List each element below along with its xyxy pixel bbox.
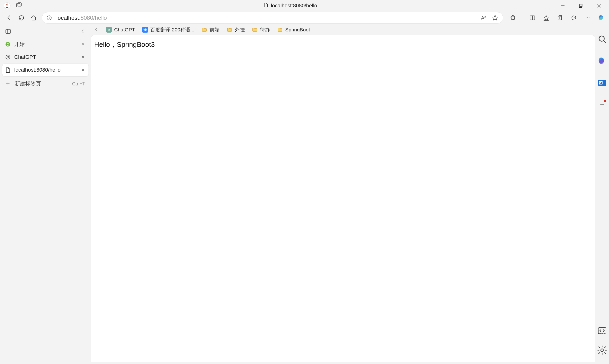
content-column: ChatGPT 译 百度翻译-200种语... 前端 外挂 待办 SpringB…: [91, 24, 595, 364]
extension-puzzle-icon[interactable]: [508, 13, 518, 23]
folder-icon: [252, 27, 258, 33]
body-row: 开始 ChatGPT localhost:8080/hello 新建标签页 Ct…: [0, 24, 609, 364]
folder-icon: [227, 27, 233, 33]
chatgpt-icon: [5, 54, 11, 60]
settings-gear-icon[interactable]: [597, 345, 607, 355]
favorite-label: 外挂: [235, 26, 245, 33]
svg-point-26: [6, 55, 10, 59]
close-tab-icon[interactable]: [80, 67, 86, 73]
copilot-icon[interactable]: [596, 13, 607, 23]
window-controls: [558, 1, 608, 10]
address-path: :8080/hello: [79, 14, 107, 21]
favorite-star-icon[interactable]: [492, 14, 499, 21]
favorites-bar: ChatGPT 译 百度翻译-200种语... 前端 外挂 待办 SpringB…: [91, 24, 595, 35]
favorite-springboot-folder[interactable]: SpringBoot: [274, 25, 313, 34]
svg-point-18: [586, 18, 586, 18]
favorites-bar-icon[interactable]: [541, 13, 551, 23]
add-side-app-icon[interactable]: [597, 99, 607, 110]
close-tab-icon[interactable]: [80, 54, 86, 60]
svg-point-23: [5, 42, 10, 47]
svg-line-34: [604, 41, 606, 43]
collapse-tabs-icon[interactable]: [78, 27, 87, 36]
chatgpt-favicon-icon: [106, 27, 112, 33]
svg-rect-3: [18, 3, 21, 6]
tab-label: localhost:8080/hello: [14, 67, 77, 73]
favorite-label: SpringBoot: [285, 27, 310, 33]
translate-favicon-icon: 译: [142, 27, 148, 33]
site-info-icon[interactable]: [46, 15, 52, 21]
favorite-label: 前端: [210, 26, 220, 33]
svg-rect-21: [6, 29, 11, 33]
screenshot-icon[interactable]: [597, 325, 607, 336]
side-panel: [595, 24, 609, 364]
new-tab-shortcut: Ctrl+T: [72, 81, 85, 87]
home-button[interactable]: [28, 12, 39, 24]
plus-icon: [5, 81, 11, 87]
address-right-icons: Aᵃ: [480, 14, 501, 21]
close-window-button[interactable]: [595, 1, 603, 10]
svg-point-20: [589, 18, 589, 18]
vertical-tab-chatgpt[interactable]: ChatGPT: [2, 51, 89, 63]
address-host: localhost: [56, 14, 79, 21]
file-icon: [5, 67, 11, 73]
workspaces-icon[interactable]: [16, 2, 22, 9]
svg-rect-2: [16, 3, 20, 7]
vtab-header: [2, 26, 89, 37]
address-text[interactable]: localhost:8080/hello: [56, 14, 480, 21]
side-bottom: [597, 325, 607, 364]
page-body-text: Hello，SpringBoot3: [94, 41, 155, 48]
new-tab-button[interactable]: 新建标签页 Ctrl+T: [2, 78, 89, 90]
minimize-button[interactable]: [558, 1, 567, 10]
copilot-side-icon[interactable]: [597, 56, 607, 66]
vertical-tab-start[interactable]: 开始: [2, 38, 89, 51]
refresh-button[interactable]: [16, 12, 27, 24]
collections-icon[interactable]: [555, 13, 565, 23]
address-bar[interactable]: localhost:8080/hello Aᵃ: [42, 12, 503, 24]
favorite-todo-folder[interactable]: 待办: [249, 25, 273, 34]
svg-point-19: [587, 18, 588, 18]
folder-icon: [202, 27, 207, 33]
svg-point-41: [601, 349, 604, 352]
page-file-icon: [263, 2, 269, 9]
title-bar-left: [1, 2, 22, 9]
favorites-collapse-icon[interactable]: [91, 24, 102, 35]
tab-label: ChatGPT: [14, 54, 77, 60]
title-bar-center: localhost:8080/hello: [22, 2, 558, 9]
split-screen-icon[interactable]: [527, 13, 538, 23]
back-button[interactable]: [3, 12, 15, 24]
vertical-tab-localhost[interactable]: localhost:8080/hello: [2, 64, 89, 76]
page-content: Hello，SpringBoot3: [91, 35, 595, 362]
nav-toolbar: localhost:8080/hello Aᵃ: [0, 12, 609, 24]
favorite-baidu-translate[interactable]: 译 百度翻译-200种语...: [139, 25, 197, 34]
notification-dot-icon: [604, 100, 606, 102]
vertical-tabs-panel: 开始 ChatGPT localhost:8080/hello 新建标签页 Ct…: [0, 24, 91, 364]
spring-icon: [5, 41, 11, 47]
maximize-button[interactable]: [577, 1, 585, 10]
search-icon[interactable]: [597, 34, 607, 44]
read-aloud-icon[interactable]: Aᵃ: [480, 14, 487, 21]
svg-point-33: [599, 36, 604, 41]
outlook-icon[interactable]: [597, 78, 607, 88]
favorite-frontend-folder[interactable]: 前端: [199, 25, 222, 34]
tab-label: 开始: [14, 41, 77, 48]
tab-actions-icon[interactable]: [4, 27, 12, 36]
favorite-label: ChatGPT: [114, 27, 135, 33]
favorite-chatgpt[interactable]: ChatGPT: [103, 25, 138, 34]
new-tab-label: 新建标签页: [15, 80, 41, 87]
svg-point-1: [6, 4, 8, 6]
favorite-plugins-folder[interactable]: 外挂: [224, 25, 248, 34]
title-bar: localhost:8080/hello: [0, 0, 609, 12]
performance-icon[interactable]: [569, 13, 579, 23]
favorite-label: 待办: [260, 26, 270, 33]
divider: [523, 14, 523, 21]
svg-rect-40: [598, 328, 606, 334]
profile-avatar-icon[interactable]: [4, 2, 11, 9]
close-tab-icon[interactable]: [80, 41, 86, 47]
favorite-label: 百度翻译-200种语...: [150, 26, 194, 33]
more-menu-icon[interactable]: [582, 13, 593, 23]
toolbar-right-icons: [505, 13, 608, 23]
window-title: localhost:8080/hello: [271, 3, 317, 9]
folder-icon: [277, 27, 283, 33]
